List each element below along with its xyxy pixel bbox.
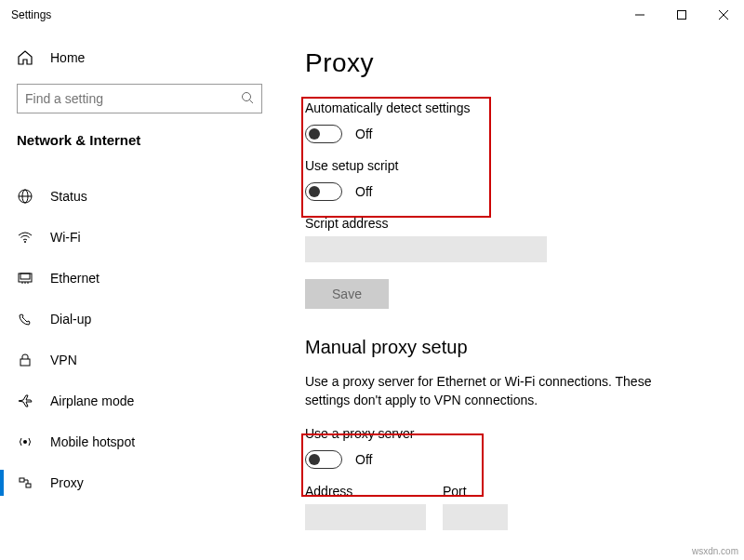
setup-script-state: Off: [355, 184, 372, 199]
address-label: Address: [305, 484, 426, 499]
home-label: Home: [50, 50, 85, 65]
search-icon: [241, 91, 254, 107]
sidebar-item-vpn[interactable]: VPN: [0, 340, 277, 380]
setup-script-toggle[interactable]: [305, 182, 342, 201]
window-title: Settings: [11, 8, 51, 21]
content: Proxy Automatically detect settings Off …: [277, 30, 744, 560]
page-title: Proxy: [305, 48, 716, 78]
port-input[interactable]: [443, 504, 508, 530]
wifi-icon: [17, 229, 33, 246]
home-button[interactable]: Home: [0, 37, 277, 78]
sidebar-item-dialup[interactable]: Dial-up: [0, 299, 277, 340]
sidebar-item-label: VPN: [50, 353, 77, 367]
auto-detect-toggle[interactable]: [305, 125, 342, 143]
sidebar-item-label: Mobile hotspot: [50, 434, 135, 449]
sidebar-item-label: Ethernet: [50, 271, 100, 286]
address-input[interactable]: [305, 504, 426, 530]
script-address-input[interactable]: [305, 236, 547, 262]
manual-section-title: Manual proxy setup: [305, 337, 716, 358]
sidebar-item-label: Airplane mode: [50, 393, 134, 408]
hotspot-icon: [17, 433, 33, 450]
proxy-icon: [17, 474, 33, 491]
svg-point-16: [23, 440, 27, 444]
category-header: Network & Internet: [0, 123, 277, 161]
sidebar-item-label: Proxy: [50, 475, 84, 490]
svg-rect-18: [26, 484, 31, 487]
svg-rect-11: [20, 273, 30, 279]
sidebar-item-wifi[interactable]: Wi-Fi: [0, 217, 277, 258]
port-label: Port: [443, 484, 508, 499]
svg-point-4: [243, 92, 251, 100]
sidebar-item-ethernet[interactable]: Ethernet: [0, 258, 277, 299]
address-port-row: Address Port: [305, 484, 716, 547]
close-button[interactable]: [702, 0, 744, 30]
watermark: wsxdn.com: [692, 546, 738, 556]
manual-section-desc: Use a proxy server for Ethernet or Wi-Fi…: [305, 373, 696, 409]
search-box[interactable]: [17, 84, 262, 113]
use-proxy-toggle[interactable]: [305, 450, 342, 469]
sidebar-item-proxy[interactable]: Proxy: [0, 462, 277, 503]
minimize-button[interactable]: [618, 0, 660, 30]
airplane-icon: [17, 393, 33, 409]
sidebar-item-label: Status: [50, 189, 87, 204]
svg-point-9: [24, 241, 26, 243]
auto-detect-state: Off: [355, 127, 372, 141]
maximize-button[interactable]: [660, 0, 702, 30]
sidebar: Home Network & Internet Status Wi-Fi: [0, 30, 277, 560]
use-proxy-block: Use a proxy server Off: [305, 426, 716, 469]
svg-rect-15: [20, 359, 30, 366]
sidebar-item-airplane[interactable]: Airplane mode: [0, 380, 277, 421]
globe-icon: [17, 188, 33, 205]
ethernet-icon: [17, 270, 33, 287]
vpn-icon: [17, 352, 33, 368]
search-input[interactable]: [25, 91, 230, 106]
dialup-icon: [17, 311, 33, 327]
sidebar-item-label: Dial-up: [50, 312, 91, 327]
sidebar-item-hotspot[interactable]: Mobile hotspot: [0, 421, 277, 462]
svg-rect-1: [677, 11, 685, 20]
auto-detect-block: Automatically detect settings Off: [305, 100, 716, 143]
home-icon: [17, 49, 33, 66]
setup-script-block: Use setup script Off: [305, 158, 716, 201]
sidebar-item-label: Wi-Fi: [50, 230, 81, 245]
titlebar: Settings: [0, 0, 744, 30]
svg-rect-17: [20, 478, 24, 482]
setup-script-label: Use setup script: [305, 158, 716, 173]
script-address-label: Script address: [305, 216, 716, 231]
use-proxy-label: Use a proxy server: [305, 426, 716, 441]
use-proxy-state: Off: [355, 452, 372, 467]
sidebar-item-status[interactable]: Status: [0, 176, 277, 217]
save-button[interactable]: Save: [305, 279, 389, 309]
window-controls: [618, 0, 744, 30]
auto-detect-label: Automatically detect settings: [305, 100, 716, 115]
search-row: [0, 78, 277, 123]
svg-line-5: [250, 100, 254, 103]
